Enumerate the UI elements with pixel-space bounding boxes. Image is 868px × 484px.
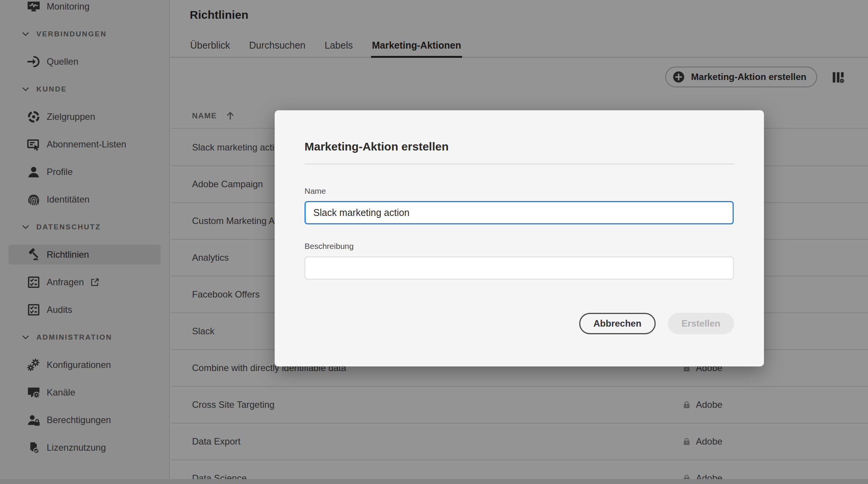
description-field-label: Beschreibung bbox=[305, 242, 353, 251]
name-field-label: Name bbox=[305, 186, 326, 196]
name-input[interactable] bbox=[305, 201, 734, 224]
description-input[interactable] bbox=[305, 257, 734, 280]
dialog-divider bbox=[305, 164, 734, 165]
dialog-title: Marketing-Aktion erstellen bbox=[305, 140, 449, 153]
create-button[interactable]: Erstellen bbox=[668, 313, 734, 334]
dialog-actions: Abbrechen Erstellen bbox=[579, 313, 734, 334]
create-marketing-action-dialog: Marketing-Aktion erstellen Name Beschrei… bbox=[275, 110, 764, 366]
app-root: MonitoringVERBINDUNGENQuellenKUNDEZielgr… bbox=[0, 0, 868, 484]
cancel-button[interactable]: Abbrechen bbox=[579, 313, 655, 334]
